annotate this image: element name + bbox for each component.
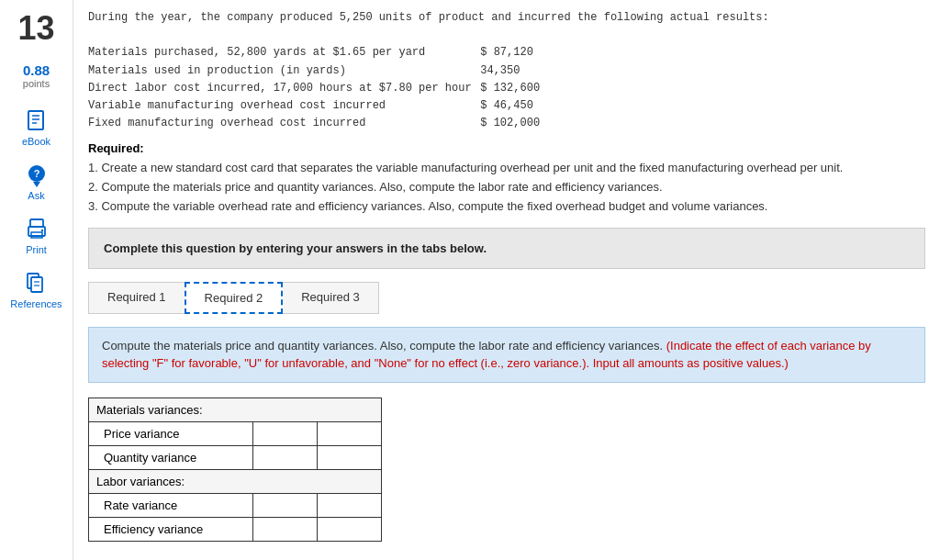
ebook-label: eBook bbox=[22, 136, 50, 147]
materials-variances-header: Materials variances: bbox=[89, 398, 382, 421]
main-content: During the year, the company produced 5,… bbox=[73, 0, 940, 560]
sidebar-item-ask[interactable]: ? Ask bbox=[24, 162, 50, 201]
data-value-2: 34,350 bbox=[480, 62, 540, 80]
efficiency-variance-field-1[interactable] bbox=[261, 522, 309, 536]
rate-variance-field-2[interactable] bbox=[325, 498, 374, 512]
instruction-1: 1. Create a new standard cost card that … bbox=[88, 159, 925, 178]
svg-point-10 bbox=[40, 230, 42, 231]
instruction-2: 2. Compute the materials price and quant… bbox=[88, 178, 925, 197]
references-icon bbox=[23, 270, 49, 296]
efficiency-variance-label: Efficiency variance bbox=[89, 517, 253, 541]
data-value-4: $ 46,450 bbox=[480, 97, 540, 115]
data-label-2: Materials used in production (in yards) bbox=[88, 62, 480, 80]
tab-required-2-label: Required 2 bbox=[205, 291, 263, 305]
data-label-4: Variable manufacturing overhead cost inc… bbox=[88, 97, 480, 115]
price-variance-input-1[interactable] bbox=[253, 421, 318, 445]
sidebar-item-print[interactable]: Print bbox=[24, 216, 50, 255]
print-icon bbox=[24, 216, 50, 241]
efficiency-variance-field-2[interactable] bbox=[325, 522, 374, 536]
instruction-box: Complete this question by entering your … bbox=[88, 228, 925, 269]
tab-required-3[interactable]: Required 3 bbox=[282, 282, 379, 314]
data-label-5: Fixed manufacturing overhead cost incurr… bbox=[88, 115, 480, 132]
labor-variances-header: Labor variances: bbox=[89, 469, 382, 493]
svg-marker-5 bbox=[33, 182, 40, 187]
compute-main-text: Compute the materials price and quantity… bbox=[102, 339, 663, 353]
rate-variance-field-1[interactable] bbox=[261, 498, 309, 512]
quantity-variance-label: Quantity variance bbox=[89, 445, 253, 469]
data-value-1: $ 87,120 bbox=[480, 44, 540, 62]
efficiency-variance-input-2[interactable] bbox=[318, 517, 382, 541]
tab-required-1[interactable]: Required 1 bbox=[88, 282, 185, 314]
book-icon bbox=[23, 107, 49, 133]
data-value-3: $ 132,600 bbox=[480, 80, 540, 97]
tab-required-3-label: Required 3 bbox=[301, 290, 360, 304]
svg-rect-9 bbox=[31, 232, 42, 238]
rate-variance-input-1[interactable] bbox=[253, 493, 318, 517]
rate-variance-label: Rate variance bbox=[89, 493, 253, 517]
tabs-container: Required 1 Required 2 Required 3 bbox=[88, 282, 925, 314]
price-variance-input-2[interactable] bbox=[318, 421, 382, 445]
tab-required-1-label: Required 1 bbox=[107, 290, 166, 304]
required-heading: Required: bbox=[88, 141, 925, 155]
points-section: 0.88 points bbox=[23, 62, 50, 89]
instruction-box-text: Complete this question by entering your … bbox=[104, 241, 487, 255]
data-label-1: Materials purchased, 52,800 yards at $1.… bbox=[88, 44, 480, 62]
sidebar: 13 0.88 points eBook ? Ask Print bbox=[0, 0, 73, 560]
price-variance-field-2[interactable] bbox=[325, 427, 374, 441]
svg-rect-0 bbox=[28, 111, 43, 129]
sidebar-item-ebook[interactable]: eBook bbox=[22, 107, 50, 147]
svg-rect-12 bbox=[31, 277, 42, 292]
instructions-block: 1. Create a new standard cost card that … bbox=[88, 159, 925, 216]
price-variance-label: Price variance bbox=[89, 421, 253, 445]
intro-text: During the year, the company produced 5,… bbox=[88, 11, 769, 24]
tab-required-2[interactable]: Required 2 bbox=[185, 282, 284, 314]
instruction-3: 3. Compute the variable overhead rate an… bbox=[88, 197, 925, 217]
quantity-variance-field-2[interactable] bbox=[325, 451, 374, 465]
ask-label: Ask bbox=[28, 190, 44, 201]
compute-box: Compute the materials price and quantity… bbox=[88, 327, 925, 383]
efficiency-variance-input-1[interactable] bbox=[253, 517, 318, 541]
svg-rect-7 bbox=[30, 219, 43, 227]
sidebar-item-references[interactable]: References bbox=[10, 270, 62, 309]
problem-intro: During the year, the company produced 5,… bbox=[88, 9, 925, 132]
quantity-variance-field-1[interactable] bbox=[261, 451, 309, 465]
references-label: References bbox=[10, 298, 62, 309]
data-value-5: $ 102,000 bbox=[480, 115, 540, 132]
rate-variance-input-2[interactable] bbox=[318, 493, 382, 517]
points-label: points bbox=[23, 78, 50, 89]
points-value: 0.88 bbox=[23, 62, 50, 78]
print-label: Print bbox=[26, 244, 47, 255]
problem-number: 13 bbox=[17, 9, 54, 48]
variance-table: Materials variances: Price variance Quan… bbox=[88, 398, 382, 542]
quantity-variance-input-2[interactable] bbox=[318, 445, 382, 469]
svg-text:?: ? bbox=[33, 168, 39, 179]
chat-icon: ? bbox=[24, 162, 50, 187]
price-variance-field-1[interactable] bbox=[261, 427, 309, 441]
data-label-3: Direct labor cost incurred, 17,000 hours… bbox=[88, 80, 480, 97]
quantity-variance-input-1[interactable] bbox=[253, 445, 318, 469]
